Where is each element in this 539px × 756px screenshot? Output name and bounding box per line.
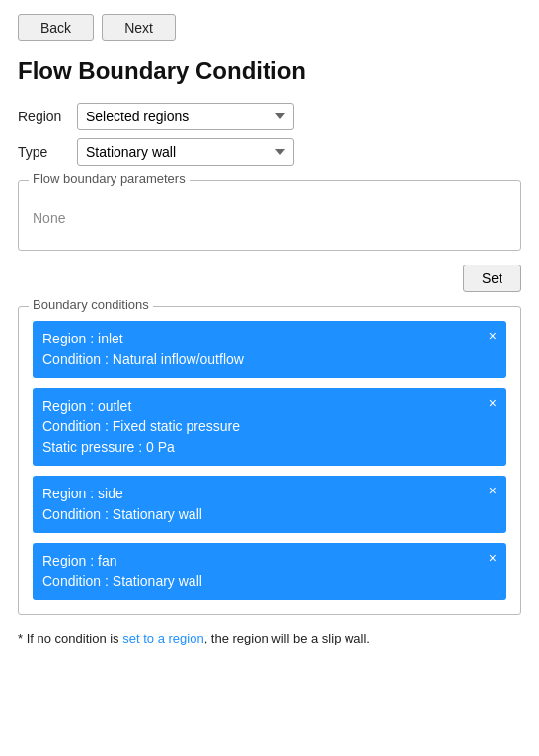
type-select[interactable]: Stationary wall: [77, 138, 294, 166]
type-label: Type: [18, 144, 77, 160]
card-condition-line: Condition : Stationary wall: [42, 504, 497, 525]
back-button[interactable]: Back: [18, 14, 94, 41]
toolbar: Back Next: [18, 14, 521, 41]
none-text: None: [33, 190, 506, 236]
card-condition-line: Condition : Natural inflow/outflow: [42, 349, 497, 370]
region-row: Region Selected regions: [18, 103, 521, 130]
type-row: Type Stationary wall: [18, 138, 521, 166]
page-title: Flow Boundary Condition: [18, 57, 521, 85]
cards-container: ×Region : inletCondition : Natural inflo…: [33, 321, 506, 600]
footer-suffix: , the region will be a slip wall.: [204, 631, 370, 645]
set-button[interactable]: Set: [463, 265, 521, 292]
region-label: Region: [18, 109, 77, 124]
next-button[interactable]: Next: [102, 14, 176, 41]
close-card-button[interactable]: ×: [489, 484, 497, 497]
card-region: Region : fan: [42, 551, 497, 571]
region-select[interactable]: Selected regions: [77, 103, 294, 130]
card-region: Region : inlet: [42, 329, 497, 349]
condition-card: ×Region : inletCondition : Natural inflo…: [33, 321, 506, 378]
condition-card: ×Region : sideCondition : Stationary wal…: [33, 476, 506, 533]
condition-card: ×Region : fanCondition : Stationary wall: [33, 543, 506, 600]
close-card-button[interactable]: ×: [489, 329, 497, 342]
flow-boundary-params-box: Flow boundary parameters None: [18, 180, 521, 251]
card-condition-line: Condition : Fixed static pressure: [42, 416, 497, 437]
boundary-conditions-legend: Boundary conditions: [29, 297, 153, 312]
flow-params-legend: Flow boundary parameters: [29, 171, 190, 186]
footer-prefix: * If no condition is: [18, 631, 122, 645]
close-card-button[interactable]: ×: [489, 396, 497, 410]
close-card-button[interactable]: ×: [489, 551, 497, 565]
footer-note: * If no condition is set to a region, th…: [18, 631, 521, 645]
card-region: Region : side: [42, 484, 497, 504]
footer-highlight: set to a region: [122, 631, 203, 645]
set-btn-row: Set: [18, 265, 521, 292]
card-region: Region : outlet: [42, 396, 497, 416]
condition-card: ×Region : outletCondition : Fixed static…: [33, 388, 506, 466]
card-condition-line: Condition : Stationary wall: [42, 571, 497, 592]
boundary-conditions-box: Boundary conditions ×Region : inletCondi…: [18, 306, 521, 615]
card-condition-line: Static pressure : 0 Pa: [42, 437, 497, 458]
